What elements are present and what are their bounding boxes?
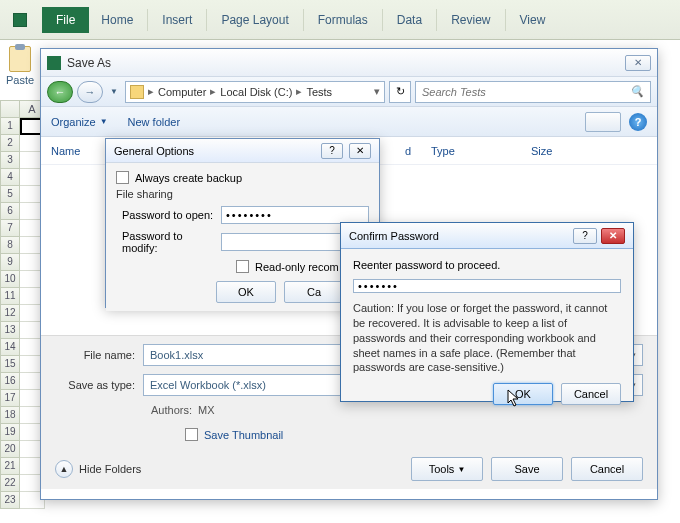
dialog-title: Confirm Password: [349, 230, 439, 242]
worksheet-grid[interactable]: A 1234567891011121314151617181920212223: [0, 100, 45, 523]
close-button[interactable]: ✕: [625, 55, 651, 71]
row-header[interactable]: 8: [0, 237, 20, 254]
savetype-label: Save as type:: [55, 379, 143, 391]
row-header[interactable]: 1: [0, 118, 20, 135]
row-header[interactable]: 16: [0, 373, 20, 390]
save-thumbnail-checkbox[interactable]: [185, 428, 198, 441]
pw-open-label: Password to open:: [116, 209, 221, 221]
filename-label: File name:: [55, 349, 143, 361]
back-button[interactable]: ←: [47, 81, 73, 103]
tab-file[interactable]: File: [42, 7, 89, 33]
hide-folders-button[interactable]: ▲ Hide Folders: [55, 460, 141, 478]
save-button[interactable]: Save: [491, 457, 563, 481]
crumb-folder[interactable]: Tests: [306, 86, 332, 98]
row-header[interactable]: 20: [0, 441, 20, 458]
tab-review[interactable]: Review: [439, 7, 502, 33]
row-header[interactable]: 5: [0, 186, 20, 203]
cancel-button[interactable]: Cancel: [571, 457, 643, 481]
tab-formulas[interactable]: Formulas: [306, 7, 380, 33]
close-button[interactable]: ✕: [349, 143, 371, 159]
titlebar[interactable]: General Options ? ✕: [106, 139, 379, 163]
tab-view[interactable]: View: [508, 7, 558, 33]
view-options[interactable]: [585, 112, 621, 132]
pw-modify-label: Password to modify:: [116, 230, 221, 254]
row-header[interactable]: 7: [0, 220, 20, 237]
search-box[interactable]: 🔍: [415, 81, 651, 103]
row-header[interactable]: 22: [0, 475, 20, 492]
cancel-button[interactable]: Ca: [284, 281, 344, 303]
row-header[interactable]: 6: [0, 203, 20, 220]
tools-menu[interactable]: Tools ▼: [411, 457, 483, 481]
folder-icon: [130, 85, 144, 99]
clipboard-icon: [9, 46, 31, 72]
row-header[interactable]: 4: [0, 169, 20, 186]
readonly-checkbox[interactable]: [236, 260, 249, 273]
reenter-password-input[interactable]: [353, 279, 621, 293]
row-header[interactable]: 18: [0, 407, 20, 424]
row-header[interactable]: 21: [0, 458, 20, 475]
forward-button[interactable]: →: [77, 81, 103, 103]
authors-value[interactable]: MX: [198, 404, 215, 416]
row-header[interactable]: 2: [0, 135, 20, 152]
general-options-dialog: General Options ? ✕ Always create backup…: [105, 138, 380, 308]
paste-label: Paste: [6, 74, 34, 86]
tab-page-layout[interactable]: Page Layout: [209, 7, 300, 33]
row-header[interactable]: 10: [0, 271, 20, 288]
ok-button[interactable]: OK: [216, 281, 276, 303]
organize-menu[interactable]: Organize ▼: [51, 116, 108, 128]
confirm-password-dialog: Confirm Password ? ✕ Reenter password to…: [340, 222, 634, 402]
navigation-bar: ← → ▼ ▸ Computer ▸ Local Disk (C:) ▸ Tes…: [41, 77, 657, 107]
paste-button[interactable]: Paste: [0, 40, 40, 100]
select-all-corner[interactable]: [0, 100, 20, 118]
tab-data[interactable]: Data: [385, 7, 434, 33]
file-sharing-label: File sharing: [116, 188, 369, 200]
help-button[interactable]: ?: [629, 113, 647, 131]
titlebar[interactable]: Save As ✕: [41, 49, 657, 77]
explorer-toolbar: Organize ▼ New folder ?: [41, 107, 657, 137]
row-header[interactable]: 9: [0, 254, 20, 271]
crumb-disk[interactable]: Local Disk (C:): [220, 86, 292, 98]
readonly-label[interactable]: Read-only recom: [255, 261, 339, 273]
cancel-button[interactable]: Cancel: [561, 383, 621, 405]
save-thumbnail-label[interactable]: Save Thumbnail: [204, 429, 283, 441]
always-backup-label[interactable]: Always create backup: [135, 172, 242, 184]
window-title: Save As: [67, 56, 111, 70]
col-type[interactable]: Type: [431, 145, 531, 157]
close-button[interactable]: ✕: [601, 228, 625, 244]
help-button[interactable]: ?: [321, 143, 343, 159]
refresh-button[interactable]: ↻: [389, 81, 411, 103]
help-button[interactable]: ?: [573, 228, 597, 244]
authors-label: Authors:: [151, 404, 192, 416]
tab-insert[interactable]: Insert: [150, 7, 204, 33]
row-header[interactable]: 14: [0, 339, 20, 356]
row-header[interactable]: 15: [0, 356, 20, 373]
search-icon: 🔍: [630, 85, 644, 98]
row-header[interactable]: 17: [0, 390, 20, 407]
ribbon: File Home Insert Page Layout Formulas Da…: [0, 0, 680, 40]
row-header[interactable]: 19: [0, 424, 20, 441]
col-size[interactable]: Size: [531, 145, 591, 157]
row-header[interactable]: 12: [0, 305, 20, 322]
dialog-title: General Options: [114, 145, 194, 157]
row-header[interactable]: 3: [0, 152, 20, 169]
history-dropdown[interactable]: ▼: [107, 81, 121, 103]
prompt-label: Reenter password to proceed.: [353, 259, 621, 271]
tab-home[interactable]: Home: [89, 7, 145, 33]
ok-button[interactable]: OK: [493, 383, 553, 405]
excel-icon: [0, 0, 40, 40]
always-backup-checkbox[interactable]: [116, 171, 129, 184]
search-input[interactable]: [422, 86, 630, 98]
row-header[interactable]: 13: [0, 322, 20, 339]
caution-text: Caution: If you lose or forget the passw…: [353, 301, 621, 375]
row-header[interactable]: 23: [0, 492, 20, 509]
chevron-up-icon: ▲: [55, 460, 73, 478]
excel-icon: [47, 56, 61, 70]
new-folder-button[interactable]: New folder: [128, 116, 181, 128]
crumb-computer[interactable]: Computer: [158, 86, 206, 98]
titlebar[interactable]: Confirm Password ? ✕: [341, 223, 633, 249]
row-header[interactable]: 11: [0, 288, 20, 305]
address-bar[interactable]: ▸ Computer ▸ Local Disk (C:) ▸ Tests ▾: [125, 81, 385, 103]
